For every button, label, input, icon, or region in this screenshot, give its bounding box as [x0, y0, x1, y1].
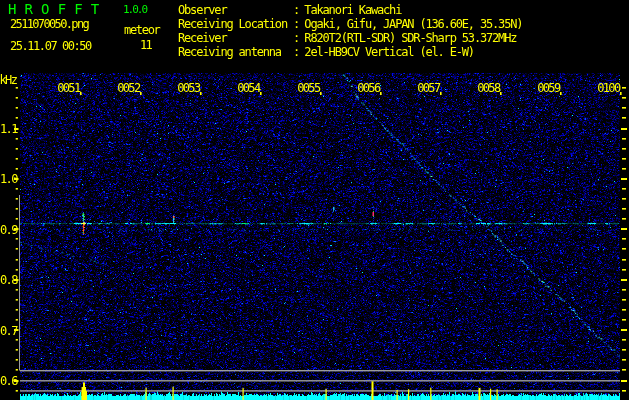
info-label: Receiving Location [178, 18, 293, 30]
y-tick-label: 0.9 [0, 224, 14, 236]
x-tick-label: 0059 [537, 82, 560, 94]
info-line-receiver: Receiver:R820T2(RTL-SDR) SDR-Sharp 53.37… [178, 32, 516, 46]
x-tick-label: 0052 [117, 82, 140, 94]
observation-datetime: 25.11.07 00:50 [10, 40, 91, 52]
app-title: H R O F F T [8, 3, 99, 16]
y-axis-unit: kHz [0, 74, 16, 86]
info-value: Takanori Kawachi [299, 3, 401, 17]
output-filename: 2511070050.png [10, 18, 88, 30]
app-version: 1.0.0 [123, 4, 146, 15]
x-tick-label: 0058 [477, 82, 500, 94]
info-line-observer: Observer:Takanori Kawachi [178, 4, 401, 18]
station-info: Observer:Takanori Kawachi Receiving Loca… [178, 4, 623, 64]
x-tick-label: 0054 [237, 82, 260, 94]
hrofft-window: H R O F F T 1.0.0 2511070050.png meteor … [0, 0, 629, 400]
x-tick-label: 0056 [357, 82, 380, 94]
info-line-location: Receiving Location:Ogaki, Gifu, JAPAN (1… [178, 18, 522, 32]
info-label: Receiving antenna [178, 46, 293, 58]
y-tick-label: 1.1 [0, 123, 14, 135]
x-tick-label: 0051 [57, 82, 80, 94]
x-tick-label: 0053 [177, 82, 200, 94]
info-value: Ogaki, Gifu, JAPAN (136.60E, 35.35N) [299, 17, 522, 31]
info-label: Observer [178, 4, 293, 16]
mode-label: meteor [124, 24, 160, 36]
x-tick-label: 0055 [297, 82, 320, 94]
y-tick-label: 0.7 [0, 325, 14, 337]
info-value: R820T2(RTL-SDR) SDR-Sharp 53.372MHz [299, 31, 516, 45]
x-tick-label: 0100 [597, 82, 620, 94]
info-line-antenna: Receiving antenna:2el-HB9CV Vertical (el… [178, 46, 474, 60]
y-tick-label: 0.8 [0, 274, 14, 286]
meteor-count: 11 [140, 39, 151, 51]
y-tick-label: 0.6 [0, 375, 14, 387]
info-value: 2el-HB9CV Vertical (el. E-W) [299, 45, 474, 59]
info-label: Receiver [178, 32, 293, 44]
y-tick-label: 1.0 [0, 173, 14, 185]
x-tick-label: 0057 [417, 82, 440, 94]
